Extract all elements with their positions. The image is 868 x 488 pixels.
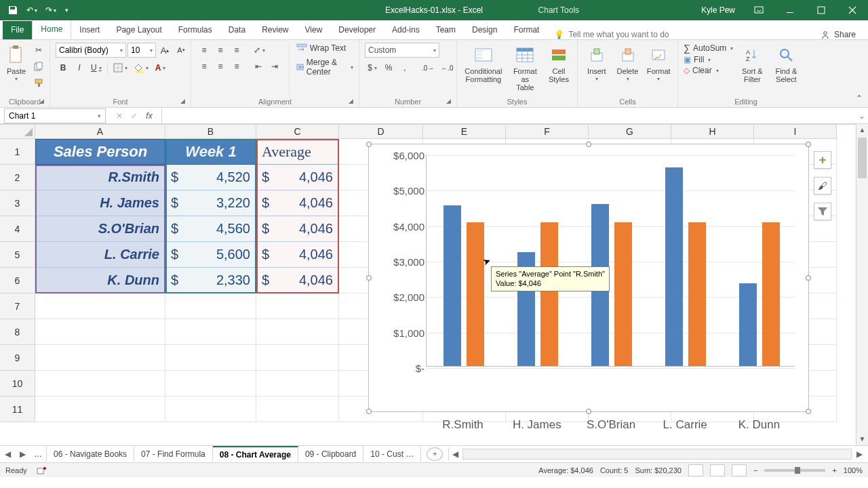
zoom-in-icon[interactable]: + — [832, 466, 836, 474]
cell-B4[interactable]: $4,560 — [165, 216, 256, 242]
cancel-formula-icon[interactable]: ✕ — [113, 111, 126, 121]
chart-handle[interactable] — [806, 409, 811, 414]
find-select-button[interactable]: Find & Select — [771, 43, 801, 83]
chart-elements-button[interactable]: + — [814, 151, 831, 169]
cell-C4[interactable]: $4,046 — [256, 216, 339, 242]
row-header[interactable]: 9 — [0, 345, 35, 371]
sheet-nav-prev-icon[interactable]: ◀ — [0, 449, 15, 459]
zoom-out-icon[interactable]: − — [753, 466, 757, 474]
increase-indent-icon[interactable]: ⇥ — [267, 59, 282, 74]
tab-view[interactable]: View — [297, 21, 331, 39]
cell-C3[interactable]: $4,046 — [256, 190, 339, 216]
tab-file[interactable]: File — [3, 21, 32, 39]
row-header[interactable]: 5 — [0, 242, 35, 268]
sheet-tab[interactable]: 09 - Clipboard — [298, 447, 363, 462]
merge-center-button[interactable]: Merge & Center▾ — [296, 58, 353, 77]
scroll-thumb[interactable] — [858, 138, 867, 178]
view-normal-icon[interactable] — [688, 464, 703, 476]
save-icon[interactable] — [4, 1, 22, 19]
row-header[interactable]: 8 — [0, 319, 35, 345]
chart-handle[interactable] — [366, 142, 372, 147]
increase-font-icon[interactable]: A▴ — [157, 43, 172, 58]
scroll-left-icon[interactable]: ◀ — [449, 449, 461, 459]
sheet-tab[interactable]: 07 - Find Formula — [134, 447, 213, 462]
align-top-icon[interactable]: ≡ — [197, 43, 212, 58]
chart-bar[interactable] — [443, 205, 461, 366]
clipboard-launcher-icon[interactable]: ◢ — [39, 98, 44, 104]
qat-customize-icon[interactable]: ▾ — [61, 1, 72, 19]
decrease-decimal-icon[interactable]: ←.0 — [438, 60, 456, 75]
vertical-scrollbar[interactable]: ▲ ▼ — [856, 124, 868, 445]
chart-bar[interactable] — [467, 222, 484, 366]
embedded-chart[interactable]: $6,000$5,000$4,000$3,000$2,000$1,000$- S… — [368, 144, 809, 412]
tab-page-layout[interactable]: Page Layout — [108, 21, 170, 39]
cell-B1[interactable]: Week 1 — [165, 139, 256, 165]
format-as-table-button[interactable]: Format as Table — [509, 43, 542, 92]
chart-handle[interactable] — [366, 409, 372, 414]
decrease-indent-icon[interactable]: ⇤ — [251, 59, 266, 74]
underline-icon[interactable]: U — [88, 60, 104, 75]
chart-bar[interactable] — [762, 222, 780, 366]
fill-color-icon[interactable] — [132, 60, 151, 75]
cell-B3[interactable]: $3,220 — [165, 190, 256, 216]
row-header[interactable]: 6 — [0, 268, 35, 293]
increase-decimal-icon[interactable]: .0→ — [419, 60, 437, 75]
tab-data[interactable]: Data — [220, 21, 254, 39]
percent-format-icon[interactable]: % — [381, 60, 396, 75]
close-icon[interactable] — [837, 0, 868, 20]
tab-home[interactable]: Home — [32, 20, 71, 39]
tab-team[interactable]: Team — [428, 21, 464, 39]
tab-design[interactable]: Design — [464, 21, 505, 39]
cell-A5[interactable]: L. Carrie — [35, 242, 165, 268]
view-page-layout-icon[interactable] — [710, 464, 725, 476]
cell-B2[interactable]: $4,520 — [165, 165, 256, 190]
cell-A6[interactable]: K. Dunn — [35, 268, 165, 293]
scroll-down-icon[interactable]: ▼ — [856, 433, 868, 445]
col-header[interactable]: D — [339, 125, 423, 139]
collapse-ribbon-icon[interactable]: ⌃ — [856, 94, 863, 103]
chart-handle[interactable] — [586, 409, 591, 414]
view-page-break-icon[interactable] — [732, 464, 747, 476]
row-header[interactable]: 4 — [0, 216, 35, 242]
tab-review[interactable]: Review — [254, 21, 296, 39]
font-size-combo[interactable]: 10▾ — [127, 43, 156, 58]
orientation-icon[interactable]: ⤢ — [251, 43, 268, 58]
cell-C2[interactable]: $4,046 — [256, 165, 339, 190]
col-header[interactable]: A — [35, 125, 165, 139]
number-format-combo[interactable]: Custom▾ — [365, 43, 439, 58]
account-name[interactable]: Kyle Pew — [693, 5, 743, 15]
font-name-combo[interactable]: Calibri (Body)▾ — [56, 43, 126, 58]
cell-A2[interactable]: R.Smith — [35, 165, 165, 190]
macro-record-icon[interactable] — [37, 466, 46, 475]
row-header[interactable]: 1 — [0, 139, 35, 165]
tab-format[interactable]: Format — [505, 21, 547, 39]
maximize-icon[interactable] — [806, 0, 837, 20]
decrease-font-icon[interactable]: A▾ — [174, 43, 189, 58]
accounting-format-icon[interactable]: $ — [365, 60, 380, 75]
chart-bar[interactable] — [739, 283, 757, 366]
col-header[interactable]: H — [671, 125, 754, 139]
new-sheet-button[interactable]: + — [427, 447, 443, 461]
cell-B5[interactable]: $5,600 — [165, 242, 256, 268]
font-color-icon[interactable]: A — [153, 60, 169, 75]
align-center-icon[interactable]: ≡ — [213, 59, 228, 74]
enter-formula-icon[interactable]: ✓ — [127, 111, 141, 121]
wrap-text-button[interactable]: Wrap Text — [296, 43, 353, 54]
sheet-tab[interactable]: 06 - Navigate Books — [47, 447, 134, 462]
horizontal-scrollbar[interactable]: ◀ ▶ — [449, 449, 868, 460]
align-right-icon[interactable]: ≡ — [229, 59, 244, 74]
col-header[interactable]: C — [256, 125, 339, 139]
row-header[interactable]: 10 — [0, 371, 35, 396]
alignment-launcher-icon[interactable]: ◢ — [349, 98, 353, 104]
autosum-button[interactable]: ∑AutoSum▾ — [684, 43, 733, 54]
minimize-icon[interactable] — [774, 0, 806, 20]
cell-A1[interactable]: Sales Person — [35, 139, 165, 165]
scroll-track[interactable] — [462, 449, 852, 460]
chart-handle[interactable] — [366, 275, 372, 281]
tell-me-search[interactable]: Tell me what you want to do — [554, 30, 669, 39]
format-cells-button[interactable]: Format▾ — [645, 43, 672, 83]
chart-bar[interactable] — [540, 222, 558, 366]
undo-icon[interactable]: ↶▾ — [23, 1, 41, 19]
number-launcher-icon[interactable]: ◢ — [446, 98, 451, 104]
copy-icon[interactable] — [31, 59, 46, 74]
